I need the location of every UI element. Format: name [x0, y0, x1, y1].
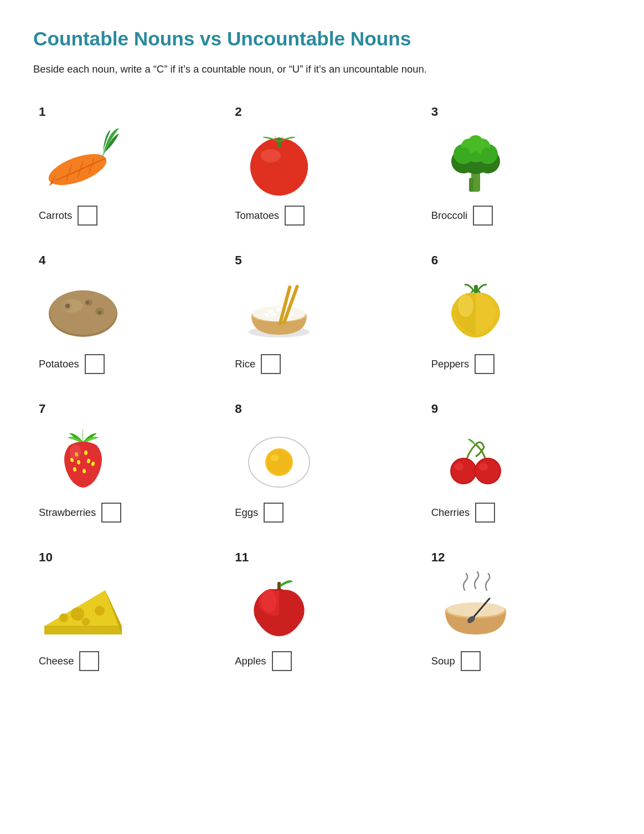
item-3-number: 3	[431, 105, 438, 119]
page-title: Countable Nouns vs Uncountable Nouns	[33, 28, 611, 50]
svg-point-63	[476, 459, 500, 483]
item-5-number: 5	[235, 253, 241, 268]
item-11: 11 Apples	[229, 545, 414, 677]
item-6: 6 Peppers	[426, 248, 611, 380]
item-11-label-row: Apples	[235, 651, 291, 671]
item-5-label-row: Rice	[235, 354, 281, 374]
item-1-label-row: Carrots	[39, 206, 97, 226]
item-10-label: Cheese	[39, 655, 74, 667]
item-5: 5 R	[229, 248, 414, 380]
item-7-image	[39, 419, 127, 497]
items-grid: 1 Carrots 2	[33, 99, 611, 677]
item-5-label: Rice	[235, 358, 255, 370]
item-3-image	[431, 122, 520, 200]
item-12-answer-box[interactable]	[461, 651, 481, 671]
item-2-label: Tomatoes	[235, 209, 279, 222]
svg-point-23	[481, 147, 492, 158]
item-10: 10 Cheese	[33, 545, 218, 677]
item-7-number: 7	[39, 402, 45, 416]
item-2-answer-box[interactable]	[285, 206, 305, 226]
item-10-label-row: Cheese	[39, 651, 99, 671]
svg-rect-10	[277, 137, 281, 147]
item-4-answer-box[interactable]	[85, 354, 105, 374]
item-1-image	[39, 122, 127, 200]
item-9-number: 9	[431, 402, 438, 416]
svg-point-71	[82, 618, 90, 626]
item-8-label: Eggs	[235, 506, 258, 519]
item-3-label: Broccoli	[431, 209, 467, 222]
svg-point-9	[261, 149, 281, 162]
item-12-label-row: Soup	[431, 651, 481, 671]
item-12: 12 Soup	[426, 545, 611, 677]
svg-point-75	[261, 590, 277, 612]
item-2-number: 2	[235, 105, 241, 119]
svg-point-72	[59, 613, 68, 622]
item-5-image	[235, 271, 323, 349]
item-2: 2 Tomatoes	[229, 99, 414, 231]
svg-marker-67	[44, 626, 122, 635]
item-12-number: 12	[431, 550, 445, 565]
item-8: 8 Eggs	[229, 396, 414, 528]
item-9-answer-box[interactable]	[475, 503, 495, 523]
item-12-label: Soup	[431, 655, 455, 667]
svg-point-59	[270, 454, 279, 461]
item-9-image	[431, 419, 520, 497]
item-4-label-row: Potatoes	[39, 354, 105, 374]
item-4-number: 4	[39, 253, 45, 268]
item-2-label-row: Tomatoes	[235, 206, 305, 226]
svg-point-21	[468, 135, 483, 151]
item-9-label-row: Cherries	[431, 503, 496, 523]
svg-point-29	[61, 299, 83, 313]
item-4: 4 Potatoes	[33, 248, 218, 380]
item-1-number: 1	[39, 105, 45, 119]
item-6-number: 6	[431, 253, 438, 268]
item-4-label: Potatoes	[39, 358, 79, 370]
item-1-label: Carrots	[39, 209, 72, 222]
item-7-label-row: Strawberries	[39, 503, 121, 523]
item-8-answer-box[interactable]	[264, 503, 284, 523]
svg-point-22	[459, 147, 470, 158]
svg-point-70	[95, 606, 105, 616]
item-2-image	[235, 122, 323, 200]
item-6-label-row: Peppers	[431, 354, 495, 374]
svg-point-52	[83, 469, 86, 473]
item-8-number: 8	[235, 402, 241, 416]
item-8-image	[235, 419, 323, 497]
svg-rect-12	[469, 178, 473, 192]
item-8-label-row: Eggs	[235, 503, 284, 523]
item-7: 7	[33, 396, 218, 528]
svg-point-31	[98, 311, 101, 314]
item-6-image	[431, 271, 520, 349]
item-3-answer-box[interactable]	[473, 206, 493, 226]
item-10-image	[39, 568, 127, 646]
item-12-image	[431, 568, 520, 646]
item-11-label: Apples	[235, 655, 266, 667]
item-10-number: 10	[39, 550, 53, 565]
svg-point-8	[250, 140, 308, 193]
item-7-answer-box[interactable]	[101, 503, 121, 523]
svg-point-55	[70, 444, 81, 460]
svg-point-61	[451, 459, 476, 483]
item-11-answer-box[interactable]	[272, 651, 292, 671]
item-3-label-row: Broccoli	[431, 206, 493, 226]
item-10-answer-box[interactable]	[79, 651, 99, 671]
svg-point-46	[458, 295, 473, 317]
item-9-label: Cherries	[431, 506, 470, 519]
item-11-number: 11	[235, 550, 249, 565]
svg-point-32	[86, 301, 89, 304]
svg-point-58	[267, 450, 291, 474]
svg-point-30	[65, 304, 70, 308]
svg-point-64	[455, 463, 463, 470]
instructions-text: Beside each noun, write a “C” if it’s a …	[33, 61, 611, 77]
item-6-label: Peppers	[431, 358, 470, 370]
item-7-label: Strawberries	[39, 506, 96, 519]
svg-point-69	[71, 607, 84, 621]
item-9: 9 Cherries	[426, 396, 611, 528]
item-6-answer-box[interactable]	[475, 354, 494, 374]
item-1: 1 Carrots	[33, 99, 218, 231]
item-4-image	[39, 271, 127, 349]
item-1-answer-box[interactable]	[78, 206, 97, 226]
item-5-answer-box[interactable]	[261, 354, 281, 374]
svg-point-25	[50, 290, 116, 335]
item-3: 3 Broccoli	[426, 99, 611, 231]
